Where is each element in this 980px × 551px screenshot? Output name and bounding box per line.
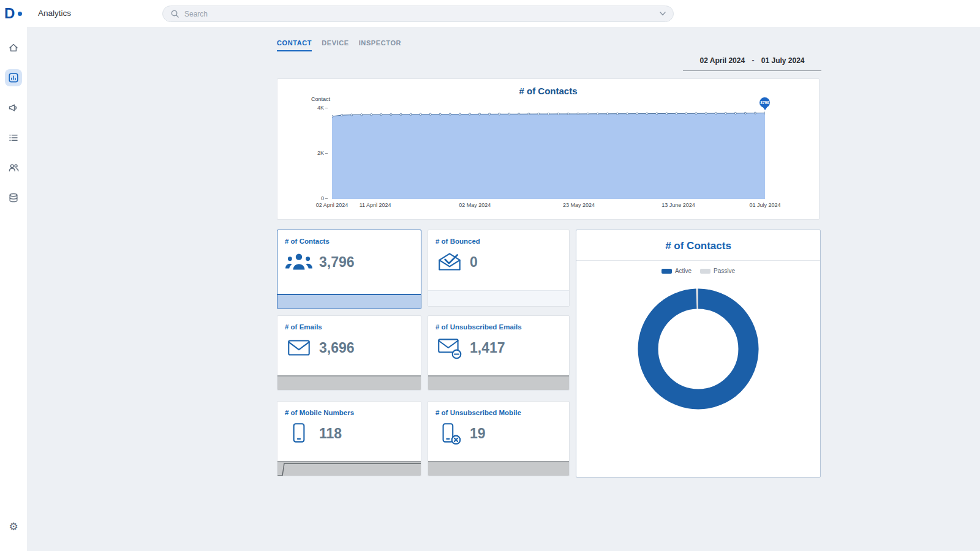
sidebar-item-campaigns[interactable] <box>5 99 22 116</box>
donut-title: # of Contacts <box>576 230 820 261</box>
stat-card-bounced[interactable]: # of Bounced 0 <box>428 230 570 307</box>
x-axis-tick: 11 April 2024 <box>360 202 391 208</box>
sidebar-item-reports[interactable] <box>5 129 22 146</box>
envelope-minus-icon <box>435 335 464 360</box>
people-group-icon <box>285 250 313 274</box>
tab-inspector[interactable]: INSPECTOR <box>359 39 401 51</box>
contacts-area-chart-card: # of Contacts Contact 4K 2K 0 3796 02 Ap… <box>277 78 820 220</box>
card-title: # of Contacts <box>277 230 421 245</box>
legend-label: Passive <box>714 268 735 274</box>
x-axis-tick: 02 May 2024 <box>459 202 491 208</box>
date-range-separator: - <box>752 56 754 65</box>
date-range-start: 02 April 2024 <box>699 56 745 65</box>
area-fill <box>332 113 765 200</box>
legend-item-passive: Passive <box>700 268 735 274</box>
card-value: 19 <box>470 425 486 442</box>
stat-card-unsubscribed-mobile[interactable]: # of Unsubscribed Mobile 19 <box>428 401 570 476</box>
card-sparkline <box>428 461 569 476</box>
card-value: 3,796 <box>319 254 355 271</box>
x-axis-tick: 23 May 2024 <box>563 202 595 208</box>
page-title: Analytics <box>38 9 71 18</box>
top-bar: Analytics <box>0 0 980 27</box>
card-title: # of Unsubscribed Mobile <box>428 402 569 416</box>
search-bar[interactable] <box>162 6 674 22</box>
area-chart-svg <box>332 108 765 199</box>
home-icon <box>8 42 19 53</box>
sidebar-item-data[interactable] <box>5 189 22 206</box>
card-sparkline <box>277 461 421 476</box>
y-tick: 4K <box>307 105 328 111</box>
chart-title: # of Contacts <box>277 86 819 96</box>
users-icon <box>8 162 20 173</box>
card-value: 3,696 <box>319 340 355 356</box>
stat-card-unsubscribed-emails[interactable]: # of Unsubscribed Emails 1,417 <box>428 315 570 391</box>
megaphone-icon <box>8 102 19 113</box>
legend-item-active: Active <box>662 268 692 274</box>
y-axis-label: Contact <box>302 96 330 102</box>
search-icon <box>170 9 179 18</box>
chevron-down-icon[interactable] <box>660 12 666 16</box>
area-chart-plot: 3796 <box>332 108 765 199</box>
sidebar: D ⚙ <box>0 0 27 551</box>
stat-card-contacts[interactable]: # of Contacts 3,796 <box>277 230 421 309</box>
list-icon <box>8 132 19 143</box>
x-axis-tick: 02 April 2024 <box>316 202 349 208</box>
donut-legend: Active Passive <box>576 268 820 274</box>
date-range-end: 01 July 2024 <box>761 56 805 65</box>
card-sparkline <box>428 290 569 306</box>
x-axis-tick: 13 June 2024 <box>662 202 695 208</box>
sidebar-item-analytics[interactable] <box>5 69 22 86</box>
main-content: CONTACT DEVICE INSPECTOR 02 April 2024 -… <box>27 27 980 551</box>
logo-letter: D <box>4 5 15 21</box>
app-logo[interactable]: D <box>4 4 23 23</box>
sidebar-item-home[interactable] <box>5 39 22 56</box>
card-title: # of Emails <box>277 316 421 331</box>
card-value: 0 <box>470 254 478 271</box>
donut-svg <box>637 288 760 410</box>
card-sparkline <box>277 294 421 309</box>
card-value: 118 <box>319 425 342 442</box>
date-range-picker[interactable]: 02 April 2024 - 01 July 2024 <box>683 56 821 71</box>
card-title: # of Mobile Numbers <box>277 402 421 416</box>
database-icon <box>8 192 19 203</box>
settings-gear-icon[interactable]: ⚙ <box>5 518 22 535</box>
sidebar-item-audience[interactable] <box>5 159 22 176</box>
last-value-marker: 3796 <box>760 97 770 108</box>
contacts-donut-card: # of Contacts Active Passive <box>576 230 821 478</box>
legend-swatch-active <box>662 269 672 274</box>
x-axis: 02 April 202411 April 202402 May 202423 … <box>332 202 765 211</box>
y-tick: 0 <box>307 195 328 201</box>
card-title: # of Bounced <box>428 230 569 245</box>
smartphone-x-icon <box>435 421 464 446</box>
logo-dot <box>18 12 22 16</box>
card-sparkline <box>277 375 421 390</box>
mail-bounced-icon <box>435 250 464 274</box>
tab-device[interactable]: DEVICE <box>322 39 349 51</box>
legend-label: Active <box>675 268 692 274</box>
stat-card-emails[interactable]: # of Emails 3,696 <box>277 315 421 391</box>
card-title: # of Unsubscribed Emails <box>428 316 569 331</box>
analytics-icon <box>8 72 19 83</box>
donut-chart <box>637 288 760 413</box>
search-input[interactable] <box>184 10 660 18</box>
x-axis-tick: 01 July 2024 <box>749 202 780 208</box>
tab-contact[interactable]: CONTACT <box>277 39 312 51</box>
y-tick: 2K <box>307 150 328 156</box>
card-value: 1,417 <box>470 340 505 356</box>
stat-card-mobile-numbers[interactable]: # of Mobile Numbers 118 <box>277 401 421 476</box>
envelope-icon <box>285 335 313 360</box>
card-sparkline <box>428 375 569 390</box>
tab-bar: CONTACT DEVICE INSPECTOR <box>277 39 411 51</box>
legend-swatch-passive <box>700 269 710 274</box>
smartphone-icon <box>285 421 313 446</box>
